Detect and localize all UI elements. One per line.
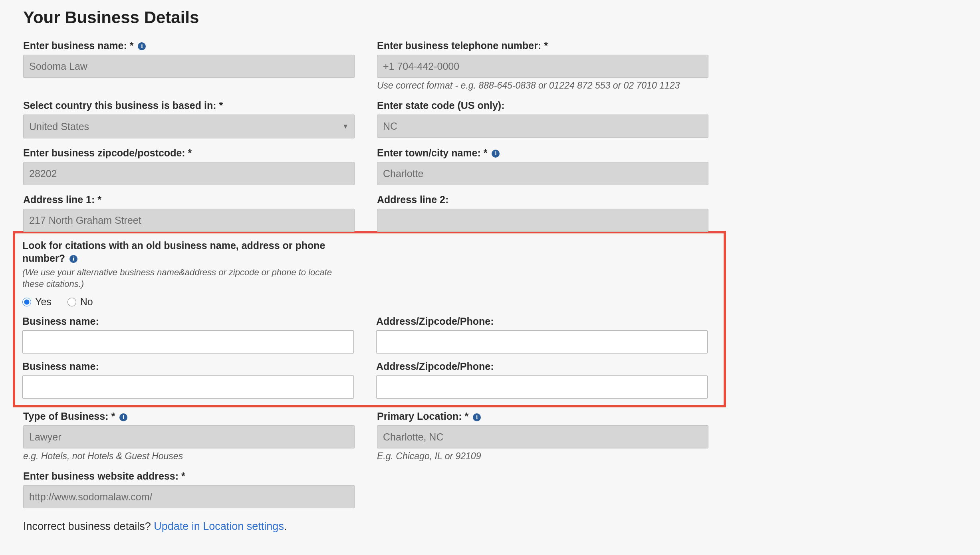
citations-no-label: No <box>80 296 93 308</box>
row-name-phone: Enter business name: * i Enter business … <box>23 40 726 91</box>
business-name-input[interactable] <box>23 55 355 78</box>
business-type-helper: e.g. Hotels, not Hotels & Guest Houses <box>23 451 355 462</box>
business-name-label-text: Enter business name: * <box>23 40 133 51</box>
row-type-location: Type of Business: * i e.g. Hotels, not H… <box>23 411 726 462</box>
alt-business-name-2-input[interactable] <box>22 375 354 399</box>
footer-suffix: . <box>284 520 287 532</box>
info-icon[interactable]: i <box>69 255 77 263</box>
chevron-down-icon: ▼ <box>342 123 349 130</box>
website-label: Enter business website address: * <box>23 470 355 482</box>
zipcode-input[interactable] <box>23 162 355 185</box>
alt-business-name-2-label: Business name: <box>22 361 354 372</box>
alt-address-2-input[interactable] <box>376 375 708 399</box>
alt-row-1: Business name: Address/Zipcode/Phone: <box>22 316 716 354</box>
citations-yes-radio[interactable] <box>22 298 31 306</box>
zipcode-label: Enter business zipcode/postcode: * <box>23 147 355 159</box>
alt-business-name-1-input[interactable] <box>22 330 354 354</box>
town-city-input[interactable] <box>377 162 708 185</box>
citations-label: Look for citations with an old business … <box>22 239 338 265</box>
address2-input[interactable] <box>377 209 708 232</box>
row-zip-town: Enter business zipcode/postcode: * Enter… <box>23 147 726 185</box>
address1-input[interactable] <box>23 209 355 232</box>
info-icon[interactable]: i <box>138 42 146 50</box>
alt-business-name-1-label: Business name: <box>22 316 354 327</box>
website-input[interactable] <box>23 485 355 508</box>
business-type-input[interactable] <box>23 425 355 448</box>
update-location-link[interactable]: Update in Location settings <box>154 520 284 532</box>
country-select[interactable]: United States ▼ <box>23 115 355 138</box>
address2-label: Address line 2: <box>377 194 708 205</box>
citations-label-text: Look for citations with an old business … <box>22 240 325 264</box>
footer-prefix: Incorrect business details? <box>23 520 154 532</box>
alt-address-2-label: Address/Zipcode/Phone: <box>376 361 708 372</box>
citations-helper: (We use your alternative business name&a… <box>22 267 350 290</box>
state-code-label: Enter state code (US only): <box>377 100 708 111</box>
alt-row-2: Business name: Address/Zipcode/Phone: <box>22 361 716 399</box>
town-city-label: Enter town/city name: * i <box>377 147 708 159</box>
info-icon[interactable]: i <box>492 150 500 158</box>
citations-no-option[interactable]: No <box>67 296 93 308</box>
primary-location-helper: E.g. Chicago, IL or 92109 <box>377 451 708 462</box>
state-code-input[interactable] <box>377 115 708 138</box>
alt-address-1-input[interactable] <box>376 330 708 354</box>
info-icon[interactable]: i <box>473 413 481 421</box>
row-country-state: Select country this business is based in… <box>23 100 726 138</box>
citations-yes-label: Yes <box>35 296 52 308</box>
business-type-label-text: Type of Business: * <box>23 411 115 422</box>
info-icon[interactable]: i <box>119 413 127 421</box>
citations-radio-group: Yes No <box>22 296 716 308</box>
citations-highlight-box: Look for citations with an old business … <box>13 231 726 407</box>
business-type-label: Type of Business: * i <box>23 411 355 422</box>
citations-no-radio[interactable] <box>67 298 76 306</box>
country-selected-value: United States <box>29 121 89 132</box>
alt-address-1-label: Address/Zipcode/Phone: <box>376 316 708 327</box>
business-name-label: Enter business name: * i <box>23 40 355 51</box>
town-city-label-text: Enter town/city name: * <box>377 147 487 158</box>
footer-text: Incorrect business details? Update in Lo… <box>23 520 726 533</box>
address1-label: Address line 1: * <box>23 194 355 205</box>
primary-location-input[interactable] <box>377 425 708 448</box>
telephone-label: Enter business telephone number: * <box>377 40 708 51</box>
telephone-input[interactable] <box>377 55 708 78</box>
page-title: Your Business Details <box>23 8 726 27</box>
country-label: Select country this business is based in… <box>23 100 355 111</box>
row-website: Enter business website address: * <box>23 470 726 508</box>
citations-yes-option[interactable]: Yes <box>22 296 52 308</box>
primary-location-label: Primary Location: * i <box>377 411 708 422</box>
telephone-helper: Use correct format - e.g. 888-645-0838 o… <box>377 80 708 91</box>
primary-location-label-text: Primary Location: * <box>377 411 468 422</box>
row-address: Address line 1: * Address line 2: <box>23 194 726 232</box>
